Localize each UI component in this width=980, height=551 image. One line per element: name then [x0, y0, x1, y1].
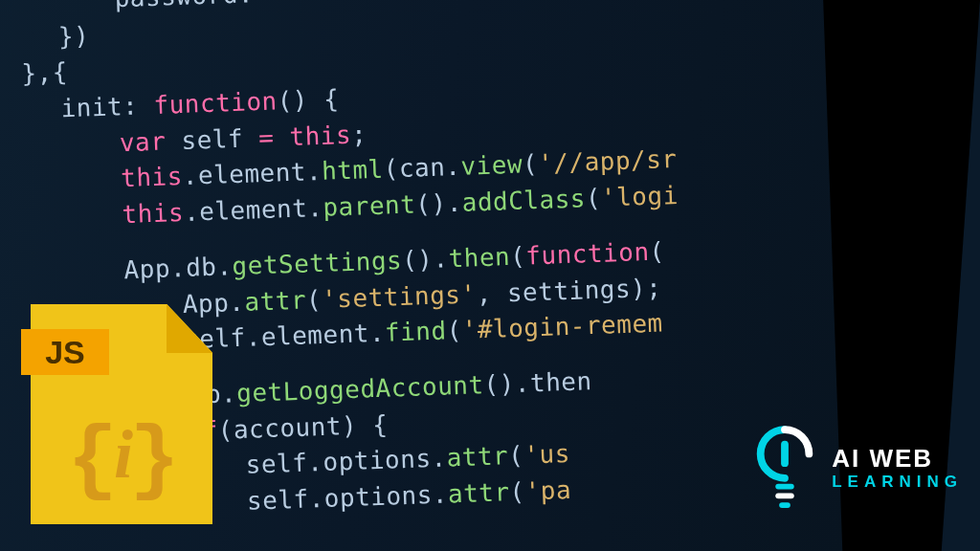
code-token: 'us — [523, 439, 570, 470]
ai-web-learning-logo: AI WEB LEARNING — [747, 417, 963, 522]
code-token: (can. — [383, 152, 461, 184]
lightbulb-icon — [747, 417, 822, 522]
svg-rect-2 — [775, 493, 794, 498]
code-token: (account) { — [217, 409, 389, 444]
code-token: }) — [57, 21, 89, 51]
code-token: .element. — [184, 193, 323, 227]
code-token: ( — [305, 284, 322, 314]
code-token: },{ — [21, 57, 68, 88]
code-token: this — [289, 121, 352, 151]
code-token: this — [122, 198, 185, 229]
code-token: : — [122, 91, 154, 121]
code-token: parent — [323, 190, 416, 222]
code-token: 'logi — [600, 181, 679, 212]
code-token — [274, 122, 290, 152]
brace-open: { — [67, 413, 114, 508]
code-token: getLoggedAccount — [236, 370, 484, 408]
code-token: find — [384, 317, 447, 347]
code-token: 'settings' — [322, 279, 477, 314]
code-token: ( — [446, 316, 462, 345]
code-token: var — [119, 126, 166, 157]
code-token: '' — [253, 0, 300, 8]
code-token: view — [460, 150, 523, 181]
code-token: html — [322, 155, 385, 186]
code-token: ( — [585, 184, 601, 213]
code-token: getSettings — [232, 246, 403, 280]
code-token: attr — [244, 285, 307, 316]
code-token: function — [525, 237, 650, 270]
code-token: self.element. — [184, 319, 386, 354]
js-braces-symbol: {i} — [31, 419, 212, 503]
code-token: 'pa — [524, 475, 571, 506]
javascript-file-icon: JS {i} — [31, 304, 212, 524]
code-token: ( — [522, 149, 538, 179]
code-token: attr — [446, 441, 509, 472]
code-token: App.db. — [123, 252, 233, 284]
code-token: init — [60, 92, 123, 122]
code-token: addClass — [461, 184, 586, 216]
brace-close: } — [129, 413, 176, 508]
code-token: '#login-remem — [461, 309, 663, 344]
code-token: (). — [402, 244, 449, 275]
code-token: ( — [510, 241, 526, 271]
code-token: , settings); — [476, 273, 662, 308]
code-token: self.options. — [247, 479, 449, 515]
logo-line1: AI WEB — [832, 446, 963, 471]
code-token: this — [121, 162, 184, 192]
js-label-text: JS — [45, 334, 85, 371]
svg-rect-1 — [775, 484, 794, 490]
code-token: '//app/sr — [538, 144, 678, 178]
code-token: ( — [649, 236, 665, 266]
svg-rect-3 — [779, 502, 791, 508]
js-label-box: JS — [21, 329, 109, 375]
code-token: self.options. — [245, 444, 447, 479]
code-token: function — [153, 87, 278, 120]
code-token: then — [448, 242, 511, 273]
logo-text: AI WEB LEARNING — [832, 446, 963, 494]
code-token: attr — [447, 477, 510, 508]
brace-i: i — [114, 420, 129, 489]
code-token: = — [258, 122, 275, 152]
code-token: .element. — [182, 157, 322, 190]
code-token: ( — [509, 477, 525, 507]
code-token: (). — [415, 188, 462, 219]
code-token: () { — [277, 84, 340, 115]
code-token: password: — [114, 0, 254, 12]
code-token: ( — [508, 441, 524, 471]
code-token: self — [166, 123, 259, 155]
logo-line2: LEARNING — [832, 471, 963, 494]
code-token: ().then — [483, 366, 592, 399]
code-token: ; — [351, 120, 368, 149]
